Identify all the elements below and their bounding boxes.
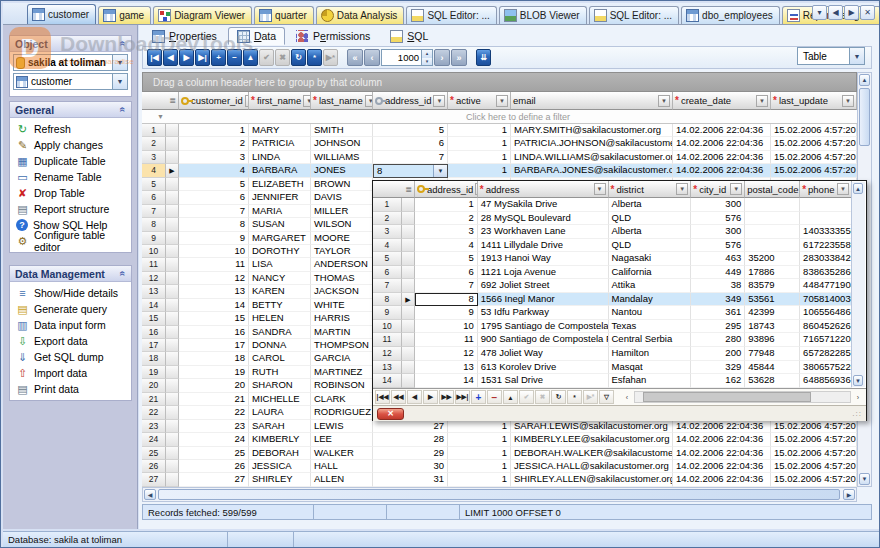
cell-postal-code[interactable]: 42399 (745, 306, 800, 320)
cell-address[interactable]: 28 MySQL Boulevard (478, 212, 609, 226)
sidebar-item-import-data[interactable]: ⇧Import data (10, 365, 131, 381)
cell-address[interactable]: 1913 Hanoi Way (478, 252, 609, 266)
cell-city-id[interactable]: 295 (691, 320, 745, 334)
cell-postal-code[interactable] (745, 212, 800, 226)
spin-up-icon[interactable]: ▴ (422, 50, 432, 58)
cell-first-name[interactable]: MARY (249, 124, 311, 137)
filter-dropdown-icon[interactable]: ▼ (676, 183, 688, 195)
cell-email[interactable]: PATRICIA.JOHNSON@sakilacustomer.org (511, 137, 673, 150)
cell-address-id[interactable]: 2 (415, 212, 478, 226)
cell-customer-id[interactable]: 17 (179, 339, 249, 352)
cell-email[interactable]: SHIRLEY.ALLEN@sakilacustomer.org (511, 473, 673, 486)
column-header-create-date[interactable]: *create_date▼ (673, 92, 771, 110)
object-panel-header[interactable]: Object « (10, 36, 131, 52)
cell-first-name[interactable]: LISA (249, 258, 311, 271)
column-header-last-name[interactable]: *last_name▼ (311, 92, 373, 110)
sidebar-item-data-input-form[interactable]: ▥Data input form (10, 317, 131, 333)
cell-address-id[interactable]: 31 (373, 473, 448, 486)
cell-address-id[interactable]: 1 (415, 198, 478, 212)
cell-create-date[interactable]: 14.02.2006 22:04:36 (673, 137, 771, 150)
sidebar-item-generate-query[interactable]: ▤Generate query (10, 301, 131, 317)
tab-quarter[interactable]: quarter (254, 6, 314, 24)
cell-email[interactable]: MARY.SMITH@sakilacustomer.org (511, 124, 673, 137)
delete-record-icon[interactable]: − (227, 49, 242, 66)
cell-postal-code[interactable]: 35200 (745, 252, 800, 266)
edit-record-icon[interactable]: ▲ (503, 390, 518, 404)
cell-last-name[interactable]: ALLEN (311, 473, 373, 486)
cell-first-name[interactable]: SANDRA (249, 326, 311, 339)
scroll-left-icon[interactable]: ◀ (144, 489, 156, 500)
cell-address-id[interactable]: 3 (415, 225, 478, 239)
sidebar-item-show-hide-details[interactable]: ≡Show/Hide details (10, 285, 131, 301)
first-record-icon[interactable]: |◀◀ (375, 390, 390, 404)
cell-address[interactable]: 53 Idfu Parkway (478, 306, 609, 320)
scroll-right-icon[interactable]: › (852, 391, 864, 403)
cell-active[interactable]: 1 (448, 447, 511, 460)
filter-dropdown-icon[interactable]: ▼ (433, 95, 445, 107)
column-header-first-name[interactable]: *first_name▼ (249, 92, 311, 110)
cell-last-name[interactable]: WALKER (311, 447, 373, 460)
cell-city-id[interactable]: 449 (691, 266, 745, 280)
cell-postal-code[interactable]: 45844 (745, 361, 800, 375)
cell-district[interactable]: Esfahan (609, 374, 692, 388)
cell-phone[interactable]: 657282285970 (800, 347, 852, 361)
cell-customer-id[interactable]: 13 (179, 285, 249, 298)
cell-customer-id[interactable]: 9 (179, 232, 249, 245)
next-record-icon[interactable]: ▶ (423, 390, 438, 404)
cell-create-date[interactable]: 14.02.2006 22:04:36 (673, 447, 771, 460)
cell-address[interactable]: 47 MySakila Drive (478, 198, 609, 212)
cell-last-name[interactable]: JOHNSON (311, 137, 373, 150)
scroll-tabs-right-icon[interactable]: ▶ (844, 5, 859, 20)
cell-active[interactable]: 1 (448, 433, 511, 446)
cell-last-name[interactable]: DAVIS (311, 191, 373, 204)
cell-create-date[interactable]: 14.02.2006 22:04:36 (673, 460, 771, 473)
cell-email[interactable]: BARBARA.JONES@sakilacustomer.org (511, 164, 673, 177)
cell-phone[interactable]: 705814003527 (800, 293, 852, 307)
next-record-icon[interactable]: ▶ (179, 49, 194, 66)
cell-phone[interactable]: 380657522649 (800, 361, 852, 375)
grid-filter-row[interactable]: ▼ Click here to define a filter (142, 110, 857, 124)
cell-first-name[interactable]: HELEN (249, 312, 311, 325)
cell-last-name[interactable]: THOMAS (311, 272, 373, 285)
cell-active[interactable]: 1 (448, 164, 511, 177)
cell-last-name[interactable]: ANDERSON (311, 258, 373, 271)
cell-first-name[interactable]: KIMBERLY (249, 433, 311, 446)
cell-district[interactable]: Masqat (609, 361, 692, 375)
cell-email[interactable]: DEBORAH.WALKER@sakilacustomer.org (511, 447, 673, 460)
cell-district[interactable]: Hamilton (609, 347, 692, 361)
locate-record-icon[interactable]: * (307, 49, 322, 66)
cell-city-id[interactable]: 576 (691, 239, 745, 253)
scroll-tabs-left-icon[interactable]: ◀ (828, 5, 843, 20)
cell-address-id[interactable]: 6 (415, 266, 478, 280)
cell-address[interactable]: 1566 Inegl Manor (478, 293, 609, 307)
cell-district[interactable]: Mandalay (609, 293, 692, 307)
cell-city-id[interactable]: 349 (691, 293, 745, 307)
cell-email[interactable]: KIMBERLY.LEE@sakilacustomer.org (511, 433, 673, 446)
tab-list-dropdown-icon[interactable]: ▾ (812, 5, 827, 20)
cell-create-date[interactable]: 14.02.2006 22:04:36 (673, 124, 771, 137)
cell-address[interactable]: 23 Workhaven Lane (478, 225, 609, 239)
cell-customer-id[interactable]: 14 (179, 299, 249, 312)
next-page-icon[interactable]: ▶▶ (439, 390, 454, 404)
cell-first-name[interactable]: ELIZABETH (249, 178, 311, 191)
cell-customer-id[interactable]: 1 (179, 124, 249, 137)
cell-last-name[interactable]: HARRIS (311, 312, 373, 325)
cell-phone[interactable]: 838635286649 (800, 266, 852, 280)
cell-first-name[interactable]: CAROL (249, 352, 311, 365)
cell-phone[interactable]: 6172235589 (800, 239, 852, 253)
sidebar-item-get-sql-dump[interactable]: ⇓Get SQL dump (10, 349, 131, 365)
tab-blob-viewer[interactable]: BLOB Viewer (499, 6, 587, 24)
cell-phone[interactable]: 10655648674 (800, 306, 852, 320)
first-page-icon[interactable]: « (347, 49, 363, 66)
cell-email[interactable]: JESSICA.HALL@sakilacustomer.org (511, 460, 673, 473)
cell-address-id[interactable]: 4 (415, 239, 478, 253)
cell-last-name[interactable]: MOORE (311, 232, 373, 245)
scroll-down-icon[interactable]: ▼ (859, 473, 870, 485)
filter-dropdown-icon[interactable]: ▼ (842, 95, 854, 107)
column-header-phone[interactable]: *phone▼ (800, 181, 852, 198)
cell-address[interactable]: 692 Joliet Street (478, 279, 609, 293)
scrollbar-thumb[interactable] (859, 88, 870, 146)
scrollbar-thumb[interactable] (643, 392, 811, 402)
cell-first-name[interactable]: LAURA (249, 406, 311, 419)
cell-first-name[interactable]: JESSICA (249, 460, 311, 473)
